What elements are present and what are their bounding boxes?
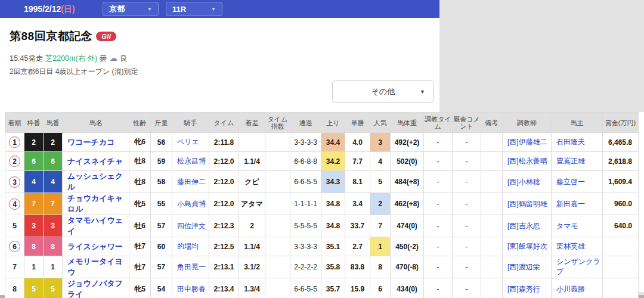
horse-name-link[interactable]: ナイスネイチャ xyxy=(67,157,123,166)
column-header: 備考 xyxy=(481,113,503,133)
horse-name-link[interactable]: チョウカイキャロル xyxy=(67,194,123,213)
horse-name-link[interactable]: ライスシャワー xyxy=(67,242,123,251)
jockey-name-link[interactable]: 松永昌博 xyxy=(177,157,206,165)
time-index xyxy=(265,237,290,256)
popularity: 2 xyxy=(370,193,391,215)
finish-time: 2:13.4 xyxy=(209,278,239,298)
finish-position: 2 xyxy=(5,152,24,171)
jockey-name-link[interactable]: 田中勝春 xyxy=(177,285,206,293)
stable-comment: - xyxy=(453,171,481,193)
passing-order: 2-2-2-2 xyxy=(290,256,321,278)
owner-name: タマモ xyxy=(552,215,603,237)
frame-number: 1 xyxy=(24,256,44,278)
finish-time: 2:13.1 xyxy=(209,256,239,278)
last-3f-time: 34.4 xyxy=(321,133,345,152)
finish-position: 1 xyxy=(5,133,24,152)
horse-name: ムッシュシェクル xyxy=(63,171,129,193)
horse-name-link[interactable]: タマモハイウェイ xyxy=(67,216,123,235)
table-row: 711メモリータイヨウ牡757角田晃一2:13.13.1/22-2-2-235.… xyxy=(5,256,639,278)
passing-order: 6-6-8-8 xyxy=(290,152,321,171)
trainer-name: [西]松永善晴 xyxy=(503,152,552,171)
frame-number: 6 xyxy=(24,152,44,171)
carried-weight: 58 xyxy=(151,171,172,193)
margin: 2 xyxy=(239,215,265,237)
finish-position-number: 5 xyxy=(13,222,17,230)
horse-name-link[interactable]: メモリータイヨウ xyxy=(67,257,123,277)
jockey-name-link[interactable]: 四位洋文 xyxy=(177,222,206,230)
other-filter-dropdown[interactable]: その他 ▼ xyxy=(332,80,434,103)
remarks xyxy=(481,171,503,193)
horse-weight: 470(-8) xyxy=(391,256,424,278)
owner-name-link[interactable]: タマモ xyxy=(556,222,578,230)
prize-money: 6,465.8 xyxy=(603,133,639,152)
training-time: - xyxy=(424,152,453,171)
margin xyxy=(239,133,265,152)
jockey-name-link[interactable]: 的場均 xyxy=(177,242,199,250)
owner-name-link[interactable]: 栗林英雄 xyxy=(556,242,585,250)
finish-time: 2:12.3 xyxy=(209,215,239,237)
jockey-name-link[interactable]: 角田晃一 xyxy=(177,263,206,271)
trainer-name-link[interactable]: [西]吉永忍 xyxy=(507,222,540,230)
venue-dropdown-value: 京都 xyxy=(109,4,125,14)
race-date-weekday: (日) xyxy=(61,4,75,14)
carried-weight: 56 xyxy=(151,133,172,152)
time-index xyxy=(265,171,290,193)
column-header: 馬体重 xyxy=(391,113,424,133)
trainer-name: [西]森秀行 xyxy=(503,278,552,298)
sex-age: 牡8 xyxy=(129,152,151,171)
jockey-name-link[interactable]: 小島貞博 xyxy=(177,200,206,208)
horse-name-link[interactable]: ジョウノバタフライ xyxy=(67,279,123,298)
chevron-down-icon: ▼ xyxy=(420,89,425,95)
horse-weight: 502(0) xyxy=(391,152,424,171)
trainer-name-link[interactable]: [東]飯塚好次 xyxy=(507,242,547,250)
horse-name: タマモハイウェイ xyxy=(63,215,129,237)
remarks xyxy=(481,256,503,278)
trainer-name: [西]渡辺栄 xyxy=(503,256,552,278)
stable-comment: - xyxy=(453,278,481,298)
remarks xyxy=(481,152,503,171)
stable-comment: - xyxy=(453,152,481,171)
win-odds: 8.1 xyxy=(345,171,370,193)
race-date: 1995/2/12(日) xyxy=(24,0,75,18)
owner-name-link[interactable]: 小川義勝 xyxy=(556,285,585,293)
finish-position: 8 xyxy=(5,278,24,298)
remarks xyxy=(481,278,503,298)
trainer-name-link[interactable]: [西]小林稔 xyxy=(507,178,540,186)
results-table: 着順枠番馬番馬名性齢斤量騎手タイム着差タイム指数通過上り単勝人気馬体重調教タイム… xyxy=(5,112,639,298)
jockey-name-link[interactable]: 藤田伸二 xyxy=(177,178,206,186)
horse-name-link[interactable]: ワコーチカコ xyxy=(67,138,115,147)
venue-dropdown[interactable]: 京都 ▼ xyxy=(103,2,159,16)
column-header: 調教タイム xyxy=(424,113,453,133)
trainer-name-link[interactable]: [西]森秀行 xyxy=(507,285,540,293)
owner-name-link[interactable]: シンザンクラブ xyxy=(556,257,600,276)
training-time: - xyxy=(424,133,453,152)
race-number-dropdown[interactable]: 11R ▼ xyxy=(166,2,222,16)
horse-name-link[interactable]: ムッシュシェクル xyxy=(67,172,123,191)
owner-name-link[interactable]: 石田隆夫 xyxy=(556,138,585,146)
last-3f-time: 34.3 xyxy=(321,171,345,193)
last-3f-time: 35.8 xyxy=(321,256,345,278)
frame-number: 2 xyxy=(24,133,44,152)
race-conditions-line1: 15:45発走 芝2200m(右 外) 曇 ☁ 良 xyxy=(10,54,427,64)
win-odds: 83.8 xyxy=(345,256,370,278)
win-odds: 15.9 xyxy=(345,278,370,298)
owner-name-link[interactable]: 藤立啓一 xyxy=(556,178,585,186)
popularity: 3 xyxy=(370,133,391,152)
last-3f-time: 34.8 xyxy=(321,193,345,215)
finish-position: 4 xyxy=(5,193,24,215)
trainer-name-link[interactable]: [西]伊藤雄二 xyxy=(507,138,547,146)
jockey-name: 松永昌博 xyxy=(172,152,209,171)
owner-name-link[interactable]: 豊嶌正雄 xyxy=(556,157,585,165)
trainer-name-link[interactable]: [西]松永善晴 xyxy=(507,157,547,165)
passing-order: 6-6-5-5 xyxy=(290,278,321,298)
trainer-name-link[interactable]: [西]渡辺栄 xyxy=(507,263,540,271)
owner-name: シンザンクラブ xyxy=(552,256,603,278)
trainer-name-link[interactable]: [西]鶴留明雄 xyxy=(507,200,547,208)
column-header: 馬名 xyxy=(63,113,129,133)
training-time: - xyxy=(424,256,453,278)
owner-name-link[interactable]: 新田嘉一 xyxy=(556,200,585,208)
jockey-name-link[interactable]: ペリエ xyxy=(177,138,199,146)
last-3f-time: 35.1 xyxy=(321,237,345,256)
horse-weight: 474(0) xyxy=(391,215,424,237)
race-navigation-bar: 1995/2/12(日) 京都 ▼ 11R ▼ xyxy=(0,0,439,18)
